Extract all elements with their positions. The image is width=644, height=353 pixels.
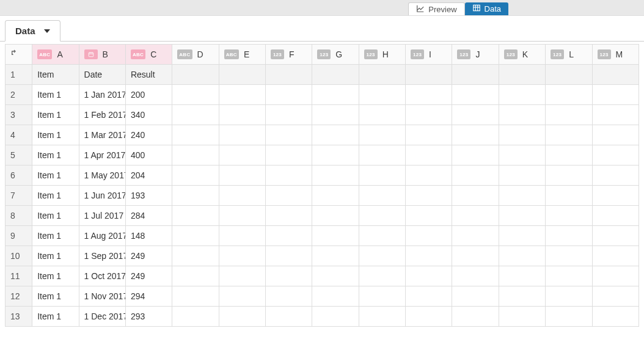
cell[interactable] [219, 226, 265, 246]
row-header[interactable]: 5 [5, 145, 32, 166]
cell[interactable]: 1 Dec 2017 [79, 307, 125, 327]
cell[interactable] [266, 266, 312, 286]
cell[interactable]: Item 1 [32, 226, 79, 246]
cell[interactable] [312, 206, 359, 226]
cell[interactable] [546, 226, 592, 246]
row-header[interactable]: 13 [5, 307, 32, 327]
cell[interactable] [172, 65, 219, 85]
cell[interactable] [359, 286, 405, 307]
cell[interactable] [172, 206, 219, 226]
row-header[interactable]: 4 [5, 125, 32, 145]
cell[interactable]: Item 1 [32, 246, 79, 266]
cell[interactable]: 1 Jun 2017 [79, 186, 125, 206]
cell[interactable] [546, 125, 592, 145]
cell[interactable]: 1 Sep 2017 [79, 246, 125, 266]
cell[interactable] [406, 286, 452, 307]
row-header[interactable]: 8 [5, 206, 32, 226]
cell[interactable] [452, 246, 499, 266]
cell[interactable] [312, 286, 359, 307]
cell[interactable] [219, 266, 265, 286]
cell[interactable] [266, 145, 312, 166]
cell[interactable] [406, 85, 452, 105]
cell[interactable] [359, 186, 405, 206]
cell[interactable]: Item 1 [32, 186, 79, 206]
cell[interactable] [546, 145, 592, 166]
column-header-A[interactable]: ABCA [32, 45, 79, 65]
column-header-D[interactable]: ABCD [172, 45, 219, 65]
row-header[interactable]: 12 [5, 286, 32, 307]
cell[interactable] [592, 85, 639, 105]
cell[interactable]: 1 Oct 2017 [79, 266, 125, 286]
cell[interactable]: Date [79, 65, 125, 85]
cell[interactable] [312, 266, 359, 286]
cell[interactable] [499, 206, 545, 226]
cell[interactable] [452, 266, 499, 286]
row-header[interactable]: 2 [5, 85, 32, 105]
column-header-B[interactable]: B [79, 45, 125, 65]
column-header-E[interactable]: ABCE [219, 45, 265, 65]
cell[interactable] [219, 145, 265, 166]
cell[interactable] [499, 266, 545, 286]
cell[interactable] [499, 286, 545, 307]
cell[interactable] [452, 166, 499, 186]
cell[interactable]: 240 [125, 125, 172, 145]
cell[interactable] [592, 145, 639, 166]
cell[interactable]: 200 [125, 85, 172, 105]
cell[interactable] [172, 186, 219, 206]
data-tab[interactable]: Data [465, 2, 508, 15]
cell[interactable] [499, 85, 545, 105]
cell[interactable] [219, 186, 265, 206]
cell[interactable]: 204 [125, 166, 172, 186]
cell[interactable] [219, 105, 265, 125]
cell[interactable] [219, 286, 265, 307]
cell[interactable] [546, 105, 592, 125]
cell[interactable] [266, 65, 312, 85]
cell[interactable] [546, 166, 592, 186]
cell[interactable] [546, 246, 592, 266]
cell[interactable]: 249 [125, 246, 172, 266]
cell[interactable] [406, 145, 452, 166]
cell[interactable] [546, 85, 592, 105]
cell[interactable] [359, 85, 405, 105]
cell[interactable] [452, 85, 499, 105]
cell[interactable] [406, 166, 452, 186]
cell[interactable] [546, 307, 592, 327]
row-header[interactable]: 9 [5, 226, 32, 246]
cell[interactable] [312, 226, 359, 246]
cell[interactable] [592, 186, 639, 206]
cell[interactable]: 1 Jul 2017 [79, 206, 125, 226]
row-header[interactable]: 6 [5, 166, 32, 186]
cell[interactable] [172, 166, 219, 186]
cell[interactable] [359, 266, 405, 286]
cell[interactable]: 1 Feb 2017 [79, 105, 125, 125]
cell[interactable] [406, 206, 452, 226]
cell[interactable] [406, 105, 452, 125]
cell[interactable] [452, 145, 499, 166]
cell[interactable] [452, 105, 499, 125]
cell[interactable] [499, 65, 545, 85]
cell[interactable] [266, 307, 312, 327]
cell[interactable]: 249 [125, 266, 172, 286]
cell[interactable] [592, 226, 639, 246]
cell[interactable] [312, 186, 359, 206]
cell[interactable]: Item 1 [32, 307, 79, 327]
cell[interactable] [452, 65, 499, 85]
cell[interactable] [266, 125, 312, 145]
cell[interactable] [359, 226, 405, 246]
spreadsheet-grid[interactable]: ABCABABCCABCDABCE123F123G123H123I123J123… [5, 44, 639, 327]
cell[interactable]: Item 1 [32, 85, 79, 105]
cell[interactable] [172, 266, 219, 286]
column-header-C[interactable]: ABCC [125, 45, 172, 65]
column-header-M[interactable]: 123M [592, 45, 639, 65]
cell[interactable] [499, 125, 545, 145]
cell[interactable] [592, 266, 639, 286]
cell[interactable] [266, 246, 312, 266]
cell[interactable] [452, 206, 499, 226]
cell[interactable]: 284 [125, 206, 172, 226]
cell[interactable] [359, 65, 405, 85]
cell[interactable] [172, 286, 219, 307]
cell[interactable] [452, 226, 499, 246]
cell[interactable] [406, 246, 452, 266]
cell[interactable] [592, 246, 639, 266]
cell[interactable]: Item 1 [32, 145, 79, 166]
